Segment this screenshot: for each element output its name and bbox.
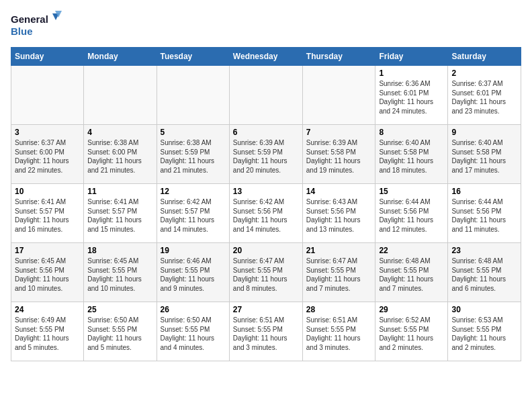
day-info: Sunrise: 6:47 AMSunset: 5:55 PMDaylight:… <box>233 257 299 293</box>
day-number: 23 <box>451 246 517 255</box>
day-number: 2 <box>451 68 517 78</box>
day-info: Sunrise: 6:49 AMSunset: 5:55 PMDaylight:… <box>15 316 80 352</box>
day-number: 15 <box>379 187 444 196</box>
header-monday: Monday <box>84 48 157 66</box>
logo: GeneralBlue <box>11 11 64 40</box>
day-cell-14: 14Sunrise: 6:43 AMSunset: 5:56 PMDayligh… <box>302 184 375 243</box>
day-cell-2: 2Sunrise: 6:37 AMSunset: 6:01 PMDaylight… <box>448 66 521 125</box>
day-cell-21: 21Sunrise: 6:47 AMSunset: 5:55 PMDayligh… <box>302 243 375 302</box>
header: GeneralBlue <box>11 11 521 40</box>
svg-text:Blue: Blue <box>11 26 33 37</box>
header-saturday: Saturday <box>448 48 521 66</box>
day-cell-1: 1Sunrise: 6:36 AMSunset: 6:01 PMDaylight… <box>375 66 448 125</box>
day-info: Sunrise: 6:52 AMSunset: 5:55 PMDaylight:… <box>379 316 444 352</box>
week-row-2: 3Sunrise: 6:37 AMSunset: 6:00 PMDaylight… <box>11 125 521 184</box>
day-number: 10 <box>15 187 80 196</box>
day-number: 7 <box>306 128 372 137</box>
day-number: 20 <box>233 246 299 255</box>
day-cell-5: 5Sunrise: 6:38 AMSunset: 5:59 PMDaylight… <box>157 125 229 184</box>
day-number: 17 <box>15 246 80 255</box>
day-number: 24 <box>15 305 80 314</box>
day-cell-13: 13Sunrise: 6:42 AMSunset: 5:56 PMDayligh… <box>229 184 302 243</box>
day-number: 16 <box>451 187 517 196</box>
empty-cell <box>157 66 229 125</box>
day-number: 12 <box>161 187 226 196</box>
day-info: Sunrise: 6:40 AMSunset: 5:58 PMDaylight:… <box>451 138 517 175</box>
header-friday: Friday <box>375 48 448 66</box>
day-number: 29 <box>379 305 444 314</box>
day-cell-25: 25Sunrise: 6:50 AMSunset: 5:55 PMDayligh… <box>84 302 157 361</box>
day-number: 11 <box>87 187 152 196</box>
day-info: Sunrise: 6:48 AMSunset: 5:55 PMDaylight:… <box>379 257 444 293</box>
day-info: Sunrise: 6:45 AMSunset: 5:55 PMDaylight:… <box>87 257 152 293</box>
day-number: 26 <box>161 305 226 314</box>
empty-cell <box>11 66 84 125</box>
day-cell-24: 24Sunrise: 6:49 AMSunset: 5:55 PMDayligh… <box>11 302 84 361</box>
day-number: 25 <box>87 305 152 314</box>
day-number: 14 <box>306 187 372 196</box>
day-info: Sunrise: 6:47 AMSunset: 5:55 PMDaylight:… <box>306 257 372 293</box>
day-number: 21 <box>306 246 372 255</box>
day-cell-19: 19Sunrise: 6:46 AMSunset: 5:55 PMDayligh… <box>157 243 229 302</box>
calendar-table: SundayMondayTuesdayWednesdayThursdayFrid… <box>11 47 521 361</box>
day-info: Sunrise: 6:39 AMSunset: 5:59 PMDaylight:… <box>233 138 299 175</box>
day-cell-9: 9Sunrise: 6:40 AMSunset: 5:58 PMDaylight… <box>448 125 521 184</box>
header-thursday: Thursday <box>302 48 375 66</box>
day-info: Sunrise: 6:44 AMSunset: 5:56 PMDaylight:… <box>379 197 444 234</box>
empty-cell <box>84 66 157 125</box>
day-cell-28: 28Sunrise: 6:51 AMSunset: 5:55 PMDayligh… <box>302 302 375 361</box>
day-info: Sunrise: 6:38 AMSunset: 5:59 PMDaylight:… <box>161 138 226 175</box>
calendar-header-row: SundayMondayTuesdayWednesdayThursdayFrid… <box>11 48 521 66</box>
day-number: 5 <box>161 128 226 137</box>
header-wednesday: Wednesday <box>229 48 302 66</box>
day-info: Sunrise: 6:37 AMSunset: 6:00 PMDaylight:… <box>15 138 80 175</box>
day-info: Sunrise: 6:44 AMSunset: 5:56 PMDaylight:… <box>451 197 517 234</box>
day-cell-29: 29Sunrise: 6:52 AMSunset: 5:55 PMDayligh… <box>375 302 448 361</box>
day-info: Sunrise: 6:45 AMSunset: 5:56 PMDaylight:… <box>15 257 80 293</box>
day-info: Sunrise: 6:38 AMSunset: 6:00 PMDaylight:… <box>87 138 152 175</box>
day-number: 13 <box>233 187 299 196</box>
day-cell-23: 23Sunrise: 6:48 AMSunset: 5:55 PMDayligh… <box>448 243 521 302</box>
day-number: 28 <box>306 305 372 314</box>
day-info: Sunrise: 6:50 AMSunset: 5:55 PMDaylight:… <box>87 316 152 352</box>
day-cell-17: 17Sunrise: 6:45 AMSunset: 5:56 PMDayligh… <box>11 243 84 302</box>
day-number: 22 <box>379 246 444 255</box>
week-row-1: 1Sunrise: 6:36 AMSunset: 6:01 PMDaylight… <box>11 66 521 125</box>
day-info: Sunrise: 6:36 AMSunset: 6:01 PMDaylight:… <box>379 79 444 116</box>
day-info: Sunrise: 6:37 AMSunset: 6:01 PMDaylight:… <box>451 79 517 116</box>
day-info: Sunrise: 6:46 AMSunset: 5:55 PMDaylight:… <box>161 257 226 293</box>
day-number: 9 <box>451 128 517 137</box>
day-number: 18 <box>87 246 152 255</box>
day-number: 4 <box>87 128 152 137</box>
day-cell-30: 30Sunrise: 6:53 AMSunset: 5:55 PMDayligh… <box>448 302 521 361</box>
day-info: Sunrise: 6:43 AMSunset: 5:56 PMDaylight:… <box>306 197 372 234</box>
day-cell-4: 4Sunrise: 6:38 AMSunset: 6:00 PMDaylight… <box>84 125 157 184</box>
day-cell-6: 6Sunrise: 6:39 AMSunset: 5:59 PMDaylight… <box>229 125 302 184</box>
day-number: 8 <box>379 128 444 137</box>
header-tuesday: Tuesday <box>157 48 229 66</box>
day-info: Sunrise: 6:42 AMSunset: 5:57 PMDaylight:… <box>161 197 226 234</box>
day-info: Sunrise: 6:41 AMSunset: 5:57 PMDaylight:… <box>15 197 80 234</box>
day-cell-20: 20Sunrise: 6:47 AMSunset: 5:55 PMDayligh… <box>229 243 302 302</box>
day-cell-7: 7Sunrise: 6:39 AMSunset: 5:58 PMDaylight… <box>302 125 375 184</box>
day-number: 6 <box>233 128 299 137</box>
day-cell-26: 26Sunrise: 6:50 AMSunset: 5:55 PMDayligh… <box>157 302 229 361</box>
week-row-5: 24Sunrise: 6:49 AMSunset: 5:55 PMDayligh… <box>11 302 521 361</box>
day-info: Sunrise: 6:53 AMSunset: 5:55 PMDaylight:… <box>451 316 517 352</box>
day-info: Sunrise: 6:40 AMSunset: 5:58 PMDaylight:… <box>379 138 444 175</box>
day-number: 30 <box>451 305 517 314</box>
day-number: 19 <box>161 246 226 255</box>
day-cell-12: 12Sunrise: 6:42 AMSunset: 5:57 PMDayligh… <box>157 184 229 243</box>
week-row-3: 10Sunrise: 6:41 AMSunset: 5:57 PMDayligh… <box>11 184 521 243</box>
empty-cell <box>302 66 375 125</box>
day-cell-8: 8Sunrise: 6:40 AMSunset: 5:58 PMDaylight… <box>375 125 448 184</box>
day-cell-11: 11Sunrise: 6:41 AMSunset: 5:57 PMDayligh… <box>84 184 157 243</box>
day-cell-15: 15Sunrise: 6:44 AMSunset: 5:56 PMDayligh… <box>375 184 448 243</box>
day-info: Sunrise: 6:51 AMSunset: 5:55 PMDaylight:… <box>233 316 299 352</box>
day-cell-27: 27Sunrise: 6:51 AMSunset: 5:55 PMDayligh… <box>229 302 302 361</box>
day-info: Sunrise: 6:51 AMSunset: 5:55 PMDaylight:… <box>306 316 372 352</box>
logo-svg: GeneralBlue <box>11 11 64 40</box>
day-cell-10: 10Sunrise: 6:41 AMSunset: 5:57 PMDayligh… <box>11 184 84 243</box>
header-sunday: Sunday <box>11 48 84 66</box>
day-info: Sunrise: 6:48 AMSunset: 5:55 PMDaylight:… <box>451 257 517 293</box>
